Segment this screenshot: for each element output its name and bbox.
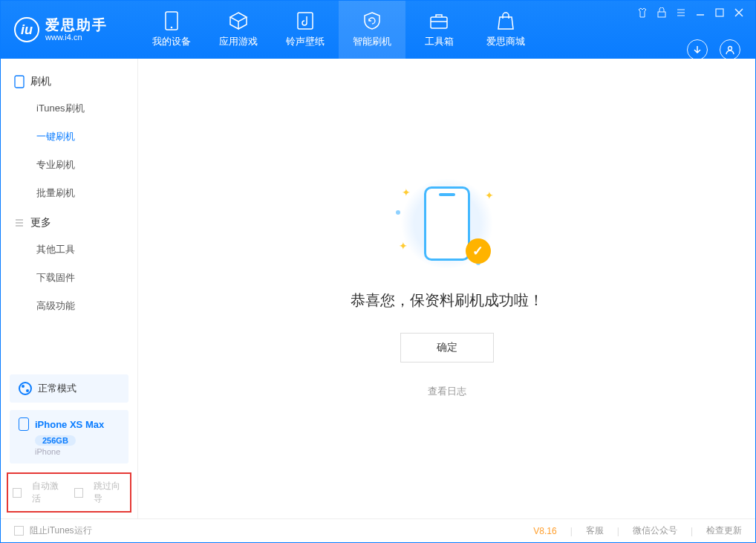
illus-phone-icon xyxy=(424,186,470,261)
sidebar-head-more: 更多 xyxy=(1,210,137,235)
svg-point-1 xyxy=(171,27,173,29)
tshirt-icon[interactable] xyxy=(636,7,648,19)
wechat-link[interactable]: 微信公众号 xyxy=(633,524,677,537)
sidebar-item-pro-flash[interactable]: 专业刷机 xyxy=(1,151,137,179)
titlebar: iu 爱思助手 www.i4.cn 我的设备 应用游戏 铃声壁纸 智能刷机 xyxy=(1,1,755,59)
logo-text: 爱思助手 www.i4.cn xyxy=(45,18,108,42)
logo-icon: iu xyxy=(14,17,39,42)
close-button[interactable] xyxy=(733,7,745,19)
section-title: 刷机 xyxy=(30,75,51,88)
tab-label: 智能刷机 xyxy=(353,35,391,48)
sidebar-item-itunes-flash[interactable]: iTunes刷机 xyxy=(1,94,137,123)
minimize-button[interactable] xyxy=(694,7,706,19)
block-itunes-label: 阻止iTunes运行 xyxy=(30,524,92,537)
window-controls xyxy=(636,1,755,19)
svg-rect-4 xyxy=(658,12,665,17)
support-link[interactable]: 客服 xyxy=(586,524,604,537)
separator: | xyxy=(617,526,619,536)
bag-icon xyxy=(496,11,515,30)
tab-label: 工具箱 xyxy=(425,35,454,48)
tab-my-device[interactable]: 我的设备 xyxy=(138,1,205,59)
tab-store[interactable]: 爱思商城 xyxy=(472,1,539,59)
user-button[interactable] xyxy=(720,39,740,60)
menu-icon[interactable] xyxy=(675,7,687,19)
success-illustration: ✦ ✦ ✦ ✓ xyxy=(399,179,495,268)
body: 刷机 iTunes刷机 一键刷机 专业刷机 批量刷机 更多 其他工具 下载固件 … xyxy=(1,59,755,518)
separator: | xyxy=(691,526,693,536)
version-label: V8.16 xyxy=(533,526,556,536)
checkbox-block-itunes[interactable] xyxy=(14,526,24,536)
sidebar-bottom: 正常模式 iPhone XS Max 256GB iPhone 自动激活 跳过向… xyxy=(1,374,137,518)
checkbox-skip-guide[interactable] xyxy=(74,488,83,498)
tab-ringtone[interactable]: 铃声壁纸 xyxy=(272,1,339,59)
tab-smart-flash[interactable]: 智能刷机 xyxy=(339,1,405,59)
separator: | xyxy=(570,526,573,536)
svg-rect-7 xyxy=(15,76,24,88)
storage-badge: 256GB xyxy=(35,435,76,446)
options-row: 自动激活 跳过向导 xyxy=(7,472,131,513)
sidebar-item-batch-flash[interactable]: 批量刷机 xyxy=(1,179,137,207)
lock-icon[interactable] xyxy=(656,7,668,19)
sidebar-head-flash: 刷机 xyxy=(1,69,137,94)
statusbar-right: V8.16 | 客服 | 微信公众号 | 检查更新 xyxy=(533,524,742,537)
main-content: ✦ ✦ ✦ ✓ 恭喜您，保资料刷机成功啦！ 确定 查看日志 xyxy=(138,59,755,518)
dot-icon xyxy=(396,210,400,215)
phone-outline-icon xyxy=(14,75,25,88)
opt-skip-guide-label: 跳过向导 xyxy=(94,480,126,505)
sidebar: 刷机 iTunes刷机 一键刷机 专业刷机 批量刷机 更多 其他工具 下载固件 … xyxy=(1,59,138,518)
toolbox-icon xyxy=(429,11,449,30)
main-tabs: 我的设备 应用游戏 铃声壁纸 智能刷机 工具箱 爱思商城 xyxy=(138,1,539,59)
tab-toolbox[interactable]: 工具箱 xyxy=(405,1,472,59)
svg-point-6 xyxy=(729,47,732,51)
app-name: 爱思助手 xyxy=(45,18,108,33)
sparkle-icon: ✦ xyxy=(399,240,408,252)
phone-icon xyxy=(162,11,181,30)
view-log-link[interactable]: 查看日志 xyxy=(428,385,466,398)
svg-rect-5 xyxy=(716,9,723,16)
logo-area: iu 爱思助手 www.i4.cn xyxy=(1,1,138,59)
shield-refresh-icon xyxy=(362,11,382,30)
tab-label: 我的设备 xyxy=(152,35,191,48)
mode-icon xyxy=(19,382,32,395)
music-icon xyxy=(296,11,315,30)
sidebar-item-onekey-flash[interactable]: 一键刷机 xyxy=(1,123,137,151)
app-url: www.i4.cn xyxy=(45,33,108,42)
check-update-link[interactable]: 检查更新 xyxy=(706,524,742,537)
download-button[interactable] xyxy=(687,39,708,60)
section-title: 更多 xyxy=(30,216,51,230)
svg-rect-3 xyxy=(431,17,447,28)
sidebar-section-more: 更多 其他工具 下载固件 高级功能 xyxy=(1,210,137,323)
sparkle-icon: ✦ xyxy=(485,189,494,201)
checkbox-auto-activate[interactable] xyxy=(13,488,22,498)
phone-icon xyxy=(19,417,29,431)
device-name-row: iPhone XS Max xyxy=(19,417,120,431)
sidebar-section-flash: 刷机 iTunes刷机 一键刷机 专业刷机 批量刷机 xyxy=(1,69,137,210)
svg-rect-2 xyxy=(298,13,313,29)
mode-label: 正常模式 xyxy=(38,382,76,395)
header-circle-buttons xyxy=(687,39,740,60)
tab-label: 爱思商城 xyxy=(486,35,525,48)
device-info-box[interactable]: iPhone XS Max 256GB iPhone xyxy=(10,410,128,464)
ok-button[interactable]: 确定 xyxy=(400,333,494,362)
checkmark-badge-icon: ✓ xyxy=(466,238,491,264)
device-name: iPhone XS Max xyxy=(35,419,104,430)
sidebar-item-advanced[interactable]: 高级功能 xyxy=(1,292,137,320)
tab-apps[interactable]: 应用游戏 xyxy=(205,1,272,59)
opt-auto-activate-label: 自动激活 xyxy=(32,480,64,505)
sidebar-item-other-tools[interactable]: 其他工具 xyxy=(1,235,137,264)
sparkle-icon: ✦ xyxy=(402,186,411,198)
success-message: 恭喜您，保资料刷机成功啦！ xyxy=(351,290,544,310)
maximize-button[interactable] xyxy=(714,7,726,19)
tab-label: 铃声壁纸 xyxy=(286,35,325,48)
device-mode-box[interactable]: 正常模式 xyxy=(10,374,128,403)
app-window: iu 爱思助手 www.i4.cn 我的设备 应用游戏 铃声壁纸 智能刷机 xyxy=(0,0,756,543)
statusbar: 阻止iTunes运行 V8.16 | 客服 | 微信公众号 | 检查更新 xyxy=(1,518,755,542)
tab-label: 应用游戏 xyxy=(219,35,258,48)
cube-icon xyxy=(229,11,248,30)
device-type: iPhone xyxy=(35,447,120,456)
list-icon xyxy=(14,218,25,228)
sidebar-item-download-firmware[interactable]: 下载固件 xyxy=(1,264,137,292)
